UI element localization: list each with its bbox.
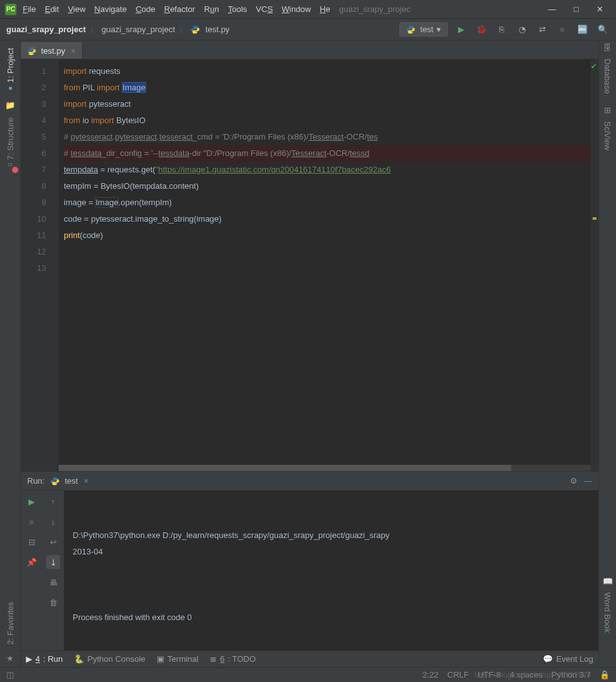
lock-icon[interactable]: 🔒 <box>600 670 610 679</box>
run-config-label: test <box>420 25 433 34</box>
menu-window[interactable]: Window <box>282 4 311 14</box>
favorites-tool-tab[interactable]: 2: Favorites <box>4 598 16 649</box>
nav-toolbar: guazi_srapy_project 〉 guazi_srapy_projec… <box>0 19 616 40</box>
warning-marker[interactable] <box>593 217 596 220</box>
watermark: https://blog.csdn.net/qq_42782945 <box>474 671 591 679</box>
window-controls: — □ ✕ <box>548 4 611 14</box>
run-tools-secondary: ↑ ↓ ↩︎ ⤓ 🖶 🗑 <box>42 491 64 667</box>
menu-view[interactable]: View <box>68 4 85 14</box>
attach-button[interactable]: ⇄ <box>535 23 549 37</box>
menu-vcs[interactable]: VCS <box>256 4 273 14</box>
main-menu: File Edit View Navigate Code Refactor Ru… <box>23 4 330 14</box>
caret-position[interactable]: 2:22 <box>423 670 438 679</box>
editor-h-scrollbar[interactable] <box>59 465 591 471</box>
wordbook-icon[interactable]: 📖 <box>603 577 613 586</box>
close-run-tab-icon[interactable]: × <box>83 476 88 486</box>
breadcrumb-root[interactable]: guazi_srapy_project <box>6 25 86 34</box>
main-area: ■1: Project 📁 ⠿7: Structure 2: Favorites… <box>0 40 616 667</box>
stop-run-button[interactable]: ■ <box>25 515 39 529</box>
folder-icon[interactable]: 📁 <box>5 100 15 110</box>
project-tool-tab[interactable]: ■1: Project <box>4 44 16 95</box>
app-icon: PC <box>5 4 16 15</box>
run-tab[interactable]: test × <box>51 476 88 486</box>
run-config-selector[interactable]: test ▾ <box>399 22 448 37</box>
menu-refactor[interactable]: Refactor <box>164 4 195 14</box>
event-log-icon: 💬 <box>543 654 553 664</box>
menu-edit[interactable]: Edit <box>45 4 59 14</box>
bottom-tool-tabs: ▶ 4: Run 🐍Python Console ▣Terminal ≣ 6: … <box>21 650 598 667</box>
chevron-down-icon: ▾ <box>437 25 441 34</box>
editor-tabs: test.py × <box>21 40 598 59</box>
error-stripe[interactable]: ✔ <box>591 59 598 471</box>
search-button[interactable]: 🔍 <box>596 23 610 37</box>
left-tool-gutter: ■1: Project 📁 ⠿7: Structure 2: Favorites… <box>0 40 21 667</box>
gutter[interactable]: 12345678910111213 <box>21 59 59 471</box>
translate-button[interactable]: 🔤 <box>576 23 589 37</box>
menu-file[interactable]: File <box>23 4 36 14</box>
tab-label: test.py <box>41 46 65 56</box>
editor-tab-testpy[interactable]: test.py × <box>21 42 83 59</box>
breadcrumb-file[interactable]: test.py <box>205 25 229 34</box>
structure-tool-tab[interactable]: ⠿7: Structure <box>4 114 16 170</box>
tool-window-toggle-icon[interactable]: ◫ <box>6 670 14 679</box>
run-tool-window: Run: test × ⚙ — ▶ ■ ⊟ 📌 <box>21 471 598 667</box>
console-output[interactable]: D:\Python37\python.exe D:/py_learn/reque… <box>64 491 598 667</box>
run-header: Run: test × ⚙ — <box>21 472 598 491</box>
pin-button[interactable]: 📌 <box>25 555 39 569</box>
chevron-right-icon: 〉 <box>179 24 187 35</box>
run-tab-button[interactable]: ▶ 4: Run <box>26 654 63 664</box>
database-icon[interactable]: 🗄 <box>603 43 612 52</box>
right-tool-gutter: 🗄 Database ⊞ SciView 📖 Word Book <box>598 40 616 667</box>
gear-icon[interactable]: ⚙ <box>570 476 577 486</box>
breadcrumb-folder[interactable]: guazi_srapy_project <box>102 25 175 34</box>
menu-tools[interactable]: Tools <box>228 4 247 14</box>
menu-navigate[interactable]: Navigate <box>94 4 126 14</box>
python-file-icon <box>27 47 36 56</box>
python-file-icon <box>191 25 200 34</box>
scroll-to-end-icon[interactable]: ⤓ <box>46 555 60 569</box>
breadcrumb: guazi_srapy_project 〉 guazi_srapy_projec… <box>6 24 229 35</box>
terminal-tab[interactable]: ▣Terminal <box>157 654 198 664</box>
code-content[interactable]: import requestsfrom PIL import Imageimpo… <box>59 59 591 471</box>
debug-button[interactable]: 🐞 <box>474 23 488 37</box>
trash-icon[interactable]: 🗑 <box>46 595 60 609</box>
layout-button[interactable]: ⊟ <box>25 535 39 549</box>
run-tab-label: test <box>64 476 78 486</box>
stop-button[interactable]: ■ <box>555 23 569 37</box>
minimize-icon[interactable]: — <box>548 4 556 14</box>
inspections-ok-icon: ✔ <box>591 62 597 71</box>
python-file-icon <box>406 25 415 34</box>
terminal-icon: ▣ <box>157 654 164 664</box>
todo-tab[interactable]: ≣ 6: TODO <box>210 654 256 664</box>
database-tool-tab[interactable]: Database <box>601 56 613 97</box>
editor[interactable]: 12345678910111213 import requestsfrom PI… <box>21 59 598 471</box>
down-arrow-icon[interactable]: ↓ <box>46 515 60 529</box>
menu-help[interactable]: He <box>320 4 330 14</box>
status-bar: ◫ 2:22 CRLF UTF-8 4 spaces Python 3.7 🔒 … <box>0 667 616 682</box>
hide-icon[interactable]: — <box>584 476 592 486</box>
python-console-tab[interactable]: 🐍Python Console <box>74 654 145 664</box>
menu-code[interactable]: Code <box>136 4 155 14</box>
python-file-icon <box>51 477 59 486</box>
event-log-tab[interactable]: 💬Event Log <box>543 654 593 664</box>
title-project: guazi_srapy_projec <box>339 4 411 14</box>
profile-button[interactable]: ◔ <box>515 23 529 37</box>
line-separator[interactable]: CRLF <box>447 670 469 679</box>
sciview-icon[interactable]: ⊞ <box>604 105 611 115</box>
run-button[interactable]: ▶ <box>454 23 468 37</box>
star-icon[interactable]: ★ <box>6 654 14 663</box>
close-tab-icon[interactable]: × <box>71 46 76 56</box>
wordbook-tool-tab[interactable]: Word Book <box>601 590 613 635</box>
maximize-icon[interactable]: □ <box>574 4 579 14</box>
rerun-button[interactable]: ▶ <box>25 494 39 508</box>
up-arrow-icon[interactable]: ↑ <box>46 494 60 508</box>
soft-wrap-icon[interactable]: ↩︎ <box>46 535 60 549</box>
menu-run[interactable]: Run <box>204 4 219 14</box>
run-title: Run: <box>27 476 44 486</box>
run-tools-primary: ▶ ■ ⊟ 📌 <box>21 491 42 667</box>
coverage-button[interactable]: ⎘ <box>495 23 509 37</box>
sciview-tool-tab[interactable]: SciView <box>601 119 613 153</box>
close-icon[interactable]: ✕ <box>596 4 603 14</box>
titlebar: PC File Edit View Navigate Code Refactor… <box>0 0 616 19</box>
print-icon[interactable]: 🖶 <box>46 575 60 589</box>
